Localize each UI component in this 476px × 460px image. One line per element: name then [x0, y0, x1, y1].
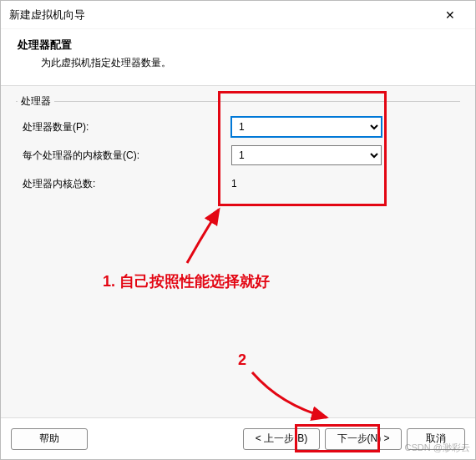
- close-button[interactable]: ✕: [433, 1, 467, 28]
- next-button[interactable]: 下一步(N) >: [325, 428, 402, 450]
- row-cores-per-cpu: 每个处理器的内核数量(C): 1: [23, 141, 453, 169]
- row-total-cores: 处理器内核总数: 1: [23, 169, 453, 198]
- annotation-text-2: 2: [238, 351, 246, 369]
- help-button-label: 帮助: [39, 432, 59, 446]
- group-divider: [16, 101, 460, 102]
- annotation-arrow-2: [247, 367, 339, 426]
- page-title: 处理器配置: [18, 38, 458, 53]
- help-button[interactable]: 帮助: [11, 428, 88, 450]
- window-title: 新建虚拟机向导: [9, 8, 433, 23]
- wizard-header: 处理器配置 为此虚拟机指定处理器数量。: [1, 29, 475, 86]
- annotation-text-1: 1. 自己按照性能选择就好: [103, 271, 270, 291]
- next-button-label: 下一步(N) >: [337, 432, 390, 446]
- cancel-button[interactable]: 取消: [407, 428, 465, 450]
- close-icon: ✕: [445, 8, 455, 22]
- wizard-window: 新建虚拟机向导 ✕ 处理器配置 为此虚拟机指定处理器数量。 处理器 处理器数量(…: [0, 0, 476, 460]
- total-cores-value: 1: [231, 178, 382, 190]
- cores-per-cpu-dropdown[interactable]: 1: [231, 145, 382, 165]
- processor-group: 处理器 处理器数量(P): 1 每个处理器的内核数量(C): 1 处: [13, 101, 463, 206]
- wizard-footer: 帮助 < 上一步(B) 下一步(N) > 取消: [1, 417, 475, 459]
- back-button-label: < 上一步(B): [256, 432, 307, 446]
- cancel-button-label: 取消: [426, 432, 446, 446]
- wizard-body: 处理器 处理器数量(P): 1 每个处理器的内核数量(C): 1 处: [1, 86, 475, 417]
- annotation-arrow-1: [179, 203, 229, 270]
- cores-per-cpu-label: 每个处理器的内核数量(C):: [23, 149, 231, 163]
- total-cores-label: 处理器内核总数:: [23, 177, 231, 191]
- group-legend: 处理器: [18, 94, 54, 109]
- page-subtitle: 为此虚拟机指定处理器数量。: [18, 53, 458, 70]
- row-cpu-count: 处理器数量(P): 1: [23, 113, 453, 141]
- back-button[interactable]: < 上一步(B): [243, 428, 320, 450]
- cpu-count-dropdown[interactable]: 1: [231, 117, 382, 137]
- title-bar: 新建虚拟机向导 ✕: [1, 1, 475, 29]
- cpu-count-label: 处理器数量(P):: [23, 120, 231, 134]
